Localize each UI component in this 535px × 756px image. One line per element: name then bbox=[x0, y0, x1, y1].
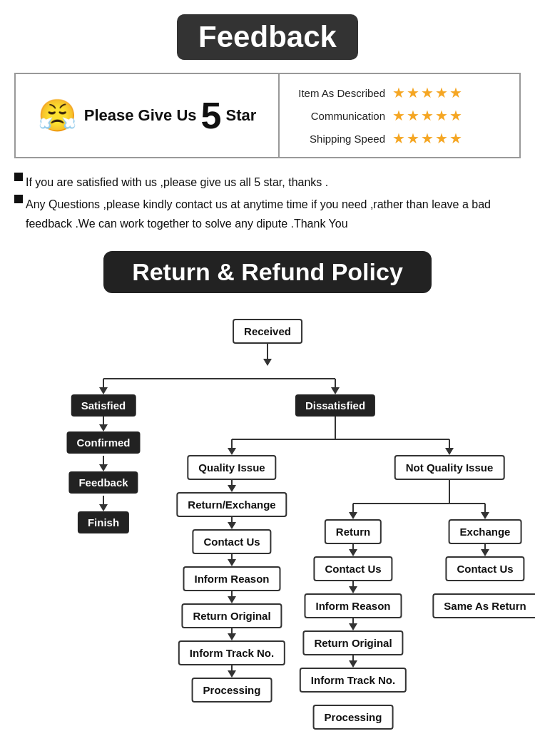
info-text-section: If you are satisfied with us ,please giv… bbox=[14, 173, 521, 234]
info-text-1: If you are satisfied with us ,please giv… bbox=[26, 173, 521, 192]
svg-marker-20 bbox=[228, 485, 236, 492]
finish-box: Finish bbox=[78, 511, 129, 533]
satisfied-box: Satisfied bbox=[71, 394, 136, 417]
item-as-described-stars: ★★★★★ bbox=[392, 84, 464, 101]
bullet-icon-1 bbox=[14, 173, 23, 181]
node-feedback: Feedback bbox=[68, 471, 138, 494]
svg-marker-28 bbox=[228, 633, 236, 640]
communication-label: Communication bbox=[292, 110, 385, 122]
not-quality-issue-box: Not Quality Issue bbox=[394, 455, 505, 480]
communication-stars: ★★★★★ bbox=[392, 107, 464, 124]
node-contact-us-ret: Contact Us bbox=[313, 556, 392, 581]
svg-marker-24 bbox=[228, 559, 236, 566]
received-box: Received bbox=[233, 319, 302, 344]
svg-marker-4 bbox=[99, 387, 108, 394]
policy-title: Return & Refund Policy bbox=[103, 251, 432, 293]
node-exchange: Exchange bbox=[449, 519, 522, 544]
svg-marker-36 bbox=[481, 512, 489, 519]
star-unit: Star bbox=[225, 106, 256, 125]
svg-marker-30 bbox=[228, 670, 236, 678]
star-number: 5 bbox=[201, 97, 222, 134]
node-satisfied: Satisfied bbox=[71, 394, 136, 417]
svg-marker-42 bbox=[349, 623, 357, 630]
svg-marker-22 bbox=[228, 522, 236, 529]
exchange-box: Exchange bbox=[449, 519, 522, 544]
node-processing-ret: Processing bbox=[313, 705, 394, 730]
policy-title-section: Return & Refund Policy bbox=[14, 251, 521, 293]
star-row-communication: Communication ★★★★★ bbox=[292, 107, 506, 124]
node-processing-mid: Processing bbox=[192, 678, 272, 703]
svg-marker-38 bbox=[349, 549, 357, 556]
contact-us-mid-box: Contact Us bbox=[192, 529, 271, 554]
confirmed-box: Confirmed bbox=[67, 431, 141, 454]
svg-marker-18 bbox=[445, 448, 454, 455]
inform-track-ret-box: Inform Track No. bbox=[300, 668, 407, 693]
stars-left-panel: 😤 Please Give Us 5 Star bbox=[16, 74, 280, 157]
stars-section: 😤 Please Give Us 5 Star Item As Describe… bbox=[14, 73, 521, 158]
node-return: Return bbox=[325, 519, 382, 544]
contact-us-ret-box: Contact Us bbox=[313, 556, 392, 581]
node-inform-track-mid: Inform Track No. bbox=[178, 640, 285, 665]
return-original-mid-box: Return Original bbox=[181, 603, 282, 628]
contact-us-exc-box: Contact Us bbox=[445, 556, 524, 581]
node-inform-reason-mid: Inform Reason bbox=[183, 566, 280, 591]
svg-marker-1 bbox=[263, 359, 272, 366]
node-inform-track-ret: Inform Track No. bbox=[300, 668, 407, 693]
same-as-return-box: Same As Return bbox=[432, 593, 535, 618]
node-not-quality-issue: Not Quality Issue bbox=[394, 455, 505, 480]
node-finish: Finish bbox=[78, 511, 129, 533]
svg-marker-46 bbox=[481, 549, 489, 556]
svg-marker-34 bbox=[349, 512, 357, 519]
svg-marker-6 bbox=[331, 387, 340, 394]
please-give-us-label: Please Give Us bbox=[84, 106, 197, 125]
svg-marker-10 bbox=[99, 464, 108, 471]
node-return-original-mid: Return Original bbox=[181, 603, 282, 628]
flowchart: Received Satisfied Confirmed Feedback Fi… bbox=[14, 315, 521, 742]
return-box: Return bbox=[325, 519, 382, 544]
svg-marker-40 bbox=[349, 586, 357, 593]
feedback-box: Feedback bbox=[68, 471, 138, 494]
dissatisfied-box: Dissatisfied bbox=[295, 394, 375, 417]
node-return-exchange: Return/Exchange bbox=[176, 492, 287, 517]
node-confirmed: Confirmed bbox=[67, 431, 141, 454]
node-same-as-return: Same As Return bbox=[432, 593, 535, 618]
node-inform-reason-ret: Inform Reason bbox=[304, 593, 402, 618]
svg-marker-16 bbox=[228, 448, 236, 455]
node-return-original-ret: Return Original bbox=[302, 630, 403, 655]
node-dissatisfied: Dissatisfied bbox=[295, 394, 375, 417]
node-received: Received bbox=[233, 319, 302, 344]
stars-left-text: Please Give Us 5 Star bbox=[84, 97, 257, 134]
processing-mid-box: Processing bbox=[192, 678, 272, 703]
inform-reason-ret-box: Inform Reason bbox=[304, 593, 402, 618]
shipping-speed-stars: ★★★★★ bbox=[392, 130, 464, 147]
svg-marker-44 bbox=[349, 660, 357, 668]
node-quality-issue: Quality Issue bbox=[187, 455, 276, 480]
node-contact-us-mid: Contact Us bbox=[192, 529, 271, 554]
node-contact-us-exc: Contact Us bbox=[445, 556, 524, 581]
svg-marker-26 bbox=[228, 596, 236, 603]
item-as-described-label: Item As Described bbox=[292, 87, 385, 99]
stars-right-panel: Item As Described ★★★★★ Communication ★★… bbox=[280, 74, 519, 157]
emoji-icon: 😤 bbox=[38, 97, 77, 134]
return-original-ret-box: Return Original bbox=[302, 630, 403, 655]
shipping-speed-label: Shipping Speed bbox=[292, 133, 385, 145]
info-line-1: If you are satisfied with us ,please giv… bbox=[14, 173, 521, 192]
quality-issue-box: Quality Issue bbox=[187, 455, 276, 480]
processing-ret-box: Processing bbox=[313, 705, 394, 730]
feedback-title-section: Feedback bbox=[14, 14, 521, 60]
feedback-title: Feedback bbox=[177, 14, 358, 60]
info-text-2: Any Questions ,please kindly contact us … bbox=[26, 195, 521, 233]
bullet-icon-2 bbox=[14, 195, 23, 203]
info-line-2: Any Questions ,please kindly contact us … bbox=[14, 195, 521, 233]
star-row-shipping: Shipping Speed ★★★★★ bbox=[292, 130, 506, 147]
inform-reason-mid-box: Inform Reason bbox=[183, 566, 280, 591]
svg-marker-12 bbox=[99, 504, 108, 511]
return-exchange-box: Return/Exchange bbox=[176, 492, 287, 517]
star-row-item-as-described: Item As Described ★★★★★ bbox=[292, 84, 506, 101]
svg-marker-8 bbox=[99, 424, 108, 431]
inform-track-mid-box: Inform Track No. bbox=[178, 640, 285, 665]
